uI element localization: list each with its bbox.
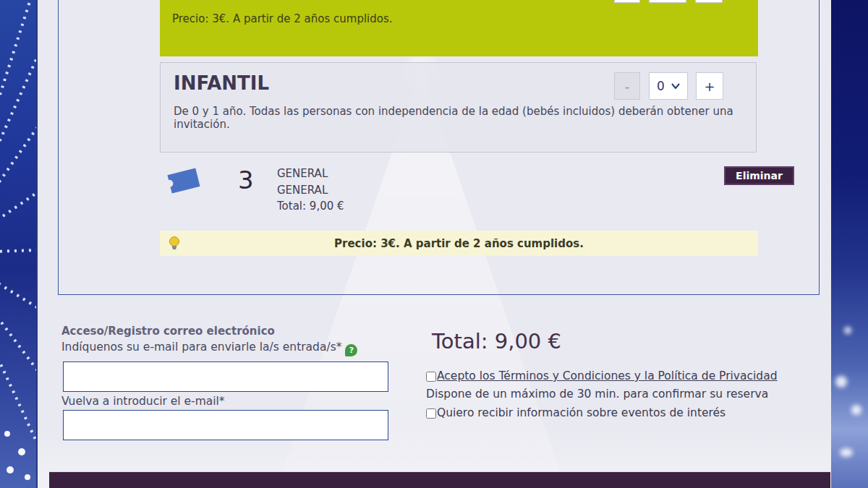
notice-text: Precio: 3€. A partir de 2 años cumplidos… bbox=[160, 237, 758, 250]
infantil-description: De 0 y 1 año. Todas las personas con ind… bbox=[174, 105, 756, 131]
email-label: Indíquenos su e-mail para enviarle la/s … bbox=[61, 341, 357, 356]
terms-link[interactable]: Acepto los Términos y Condiciones y la P… bbox=[437, 369, 778, 382]
terms-row: Acepto los Términos y Condiciones y la P… bbox=[426, 369, 778, 382]
ticket-selection-panel: GENERAL Precio: 3€. A partir de 2 años c… bbox=[58, 0, 820, 295]
general-description: Precio: 3€. A partir de 2 años cumplidos… bbox=[172, 12, 758, 25]
infantil-plus-button[interactable]: + bbox=[696, 72, 723, 100]
footer-bar bbox=[49, 471, 830, 488]
light-glow bbox=[840, 448, 853, 457]
general-quantity-select[interactable]: 3 bbox=[649, 0, 686, 3]
price-notice-banner: Precio: 3€. A partir de 2 años cumplidos… bbox=[160, 231, 758, 256]
cart-line-total: Total: 9,00 € bbox=[277, 198, 344, 215]
newsletter-checkbox[interactable] bbox=[426, 408, 436, 419]
cart-item-row: 3 GENERAL GENERAL Total: 9,00 € Eliminar bbox=[166, 164, 795, 215]
ticket-icon bbox=[166, 164, 202, 197]
light-glow bbox=[835, 376, 847, 388]
email-label-text: Indíquenos su e-mail para enviarle la/s … bbox=[61, 341, 341, 354]
lightbulb-icon bbox=[169, 236, 180, 252]
background-left-ferris-lights bbox=[0, 0, 36, 488]
light-glow bbox=[851, 405, 861, 415]
help-icon[interactable]: ? bbox=[345, 344, 357, 356]
order-total: Total: 9,00 € bbox=[432, 329, 561, 354]
ferris-wheel-lights-icon bbox=[0, 0, 36, 488]
light-glow bbox=[844, 327, 851, 334]
email-input[interactable] bbox=[63, 361, 388, 392]
section-general: GENERAL Precio: 3€. A partir de 2 años c… bbox=[160, 0, 758, 56]
background-right-lights bbox=[831, 0, 868, 488]
remove-item-button[interactable]: Eliminar bbox=[724, 166, 794, 185]
checkout-page: GENERAL Precio: 3€. A partir de 2 años c… bbox=[36, 0, 831, 488]
minus-icon: - bbox=[625, 79, 630, 94]
newsletter-label: Quiero recibir información sobre eventos… bbox=[437, 406, 726, 419]
section-infantil: INFANTIL De 0 y 1 año. Todas las persona… bbox=[160, 62, 757, 153]
newsletter-row: Quiero recibir información sobre eventos… bbox=[426, 406, 726, 419]
general-minus-button[interactable]: - bbox=[614, 0, 640, 3]
email-repeat-label: Vuelva a introducir el e-mail* bbox=[61, 395, 225, 408]
infantil-quantity-value: 0 bbox=[657, 79, 665, 93]
plus-icon: + bbox=[704, 79, 715, 94]
chevron-down-icon bbox=[671, 83, 680, 89]
email-repeat-input[interactable] bbox=[63, 410, 388, 440]
cart-description: GENERAL GENERAL Total: 9,00 € bbox=[277, 166, 344, 215]
infantil-minus-button[interactable]: - bbox=[614, 72, 640, 100]
terms-checkbox[interactable] bbox=[426, 372, 436, 382]
form-heading: Acceso/Registro correo electrónico bbox=[61, 325, 275, 338]
reserve-note: Dispone de un máximo de 30 min. para con… bbox=[426, 388, 768, 401]
infantil-quantity-select[interactable]: 0 bbox=[649, 72, 688, 100]
cart-line-ticket-type: GENERAL bbox=[277, 182, 344, 199]
cart-line-event: GENERAL bbox=[277, 166, 344, 182]
cart-quantity: 3 bbox=[238, 166, 254, 194]
general-plus-button[interactable]: + bbox=[695, 0, 723, 3]
